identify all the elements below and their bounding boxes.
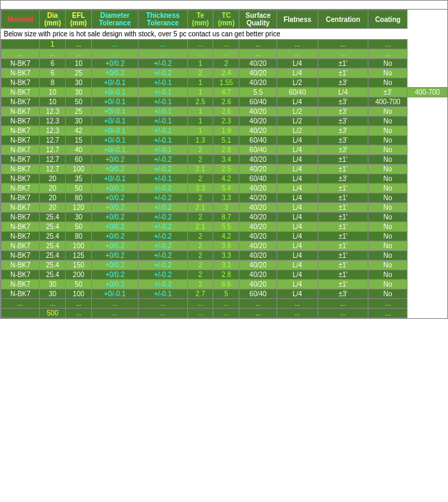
table-cell: 25.4 xyxy=(40,251,66,261)
table-cell: +0/0.2 xyxy=(91,241,138,251)
table-cell: 2.8 xyxy=(213,145,239,155)
table-cell: 40/20 xyxy=(239,126,277,136)
table-cell: L/4 xyxy=(276,193,318,203)
table-cell: 40/20 xyxy=(239,117,277,126)
table-cell: 40/20 xyxy=(239,280,277,289)
table-row: N-BK7625+0/0.2+/-0.222.440/20L/4±1'No xyxy=(1,69,447,78)
table-cell: +/-0.1 xyxy=(139,107,188,117)
table-cell: L/4 xyxy=(276,251,318,261)
table-cell: +/-0.2 xyxy=(139,213,188,222)
table-cell: 25.4 xyxy=(40,261,66,270)
table-row: N-BK712.760+0/0.2+/-0.223.440/20L/4±1'No xyxy=(1,155,447,165)
table-cell: L/4 xyxy=(276,270,318,280)
table-cell: N-BK7 xyxy=(1,107,40,117)
table-cell: +/-0.2 xyxy=(139,193,188,203)
table-cell: N-BK7 xyxy=(1,222,40,232)
header-cell-2: EFL(mm) xyxy=(66,10,92,29)
table-cell: ... xyxy=(318,299,368,309)
table-cell: 4.2 xyxy=(213,232,239,241)
table-cell: N-BK7 xyxy=(1,251,40,261)
table-row: N-BK725.480+0/0.2+/-0.224.240/20L/4±1'No xyxy=(1,232,447,241)
table-cell: 10 xyxy=(66,59,92,69)
table-cell: 25.4 xyxy=(40,213,66,222)
table-cell: No xyxy=(368,270,408,280)
table-cell: ... xyxy=(1,299,40,309)
table-cell: 120 xyxy=(66,203,92,213)
table-cell: 20 xyxy=(40,174,66,184)
table-cell: ... xyxy=(368,309,408,318)
table-cell: ±3' xyxy=(318,97,368,107)
table-cell: L/4 xyxy=(276,213,318,222)
table-cell: +0/0.2 xyxy=(91,213,138,222)
table-cell: 2 xyxy=(187,232,213,241)
table-cell: +0/0.2 xyxy=(91,155,138,165)
table-row: N-BK712.325+0/-0.1+/-0.112.640/20L/2±3'N… xyxy=(1,107,447,117)
table-cell: +0/0.2 xyxy=(91,232,138,241)
table-cell: 40/20 xyxy=(239,203,277,213)
table-cell: 2 xyxy=(187,270,213,280)
table-cell: ... xyxy=(368,49,408,59)
table-cell: 80 xyxy=(66,193,92,203)
table-cell: 1 xyxy=(187,59,213,69)
table-row: N-BK725.4125+0/0.2+/-0.223.340/20L/4±1'N… xyxy=(1,251,447,261)
table-cell: 2.8 xyxy=(213,270,239,280)
table-cell: 20 xyxy=(40,184,66,193)
table-cell: +0/-0.1 xyxy=(91,145,138,155)
table-cell: ... xyxy=(40,299,66,309)
table-cell: ... xyxy=(139,40,188,49)
table-cell: ±1' xyxy=(318,280,368,289)
table-cell: 25.4 xyxy=(40,241,66,251)
table-cell: 2.3 xyxy=(213,117,239,126)
table-cell: ... xyxy=(91,40,138,49)
table-cell: 10 xyxy=(40,97,66,107)
table-cell: L/4 xyxy=(276,280,318,289)
header-cell-5: Te(mm) xyxy=(187,10,213,29)
table-cell: ... xyxy=(276,40,318,49)
table-cell: 4.7 xyxy=(213,88,239,97)
table-cell: L/4 xyxy=(276,241,318,251)
table-cell: ±3' xyxy=(318,126,368,136)
table-cell: 25.4 xyxy=(40,232,66,241)
table-row: N-BK7610+0/0.2+/-0.21240/20L/4±1'No xyxy=(1,59,447,69)
table-row: N-BK73050+0/0.2+/-0.226.640/20L/4±1'No xyxy=(1,280,447,289)
table-cell: L/2 xyxy=(276,117,318,126)
table-row: 500........................... xyxy=(1,309,447,318)
table-cell: ... xyxy=(239,309,277,318)
table-cell: N-BK7 xyxy=(1,193,40,203)
table-cell: N-BK7 xyxy=(1,165,40,174)
table-row: N-BK712.715+0/-0.1+/-0.11.35.160/40L/4±3… xyxy=(1,136,447,145)
table-cell: 12.7 xyxy=(40,145,66,155)
table-cell: 5.1 xyxy=(213,136,239,145)
table-cell: +0/0.2 xyxy=(91,280,138,289)
table-cell: 15 xyxy=(66,136,92,145)
table-cell: 60/40 xyxy=(239,145,277,155)
table-cell: 50 xyxy=(66,280,92,289)
table-cell: ±1' xyxy=(318,261,368,270)
table-cell: No xyxy=(368,145,408,155)
table-cell: 40/20 xyxy=(239,107,277,117)
table-cell: 5.5 xyxy=(213,222,239,232)
table-cell: 2 xyxy=(187,174,213,184)
table-cell: 2 xyxy=(187,280,213,289)
table-cell: 500 xyxy=(40,309,66,318)
table-cell: 30 xyxy=(66,78,92,88)
table-cell: 1.55 xyxy=(213,78,239,88)
table-cell: N-BK7 xyxy=(1,155,40,165)
header-cell-4: ThicknessTolerance xyxy=(139,10,188,29)
table-cell: 80 xyxy=(66,232,92,241)
table-row: N-BK71050+0/-0.1+/-0.12.52.660/40L/4±3'4… xyxy=(1,97,447,107)
table-cell: 1 xyxy=(187,107,213,117)
table-cell: N-BK7 xyxy=(1,232,40,241)
table-row: N-BK725.4200+0/0.2+/-0.222.840/20L/4±1'N… xyxy=(1,270,447,280)
table-cell: 1 xyxy=(187,117,213,126)
notice-row: Below size with price is hot sale design… xyxy=(1,29,447,40)
table-cell: ... xyxy=(239,299,277,309)
table-cell: ... xyxy=(187,309,213,318)
table-cell: 6 xyxy=(40,69,66,78)
table-cell: +0/0.2 xyxy=(91,59,138,69)
table-cell: +/-0.1 xyxy=(139,78,188,88)
table-cell: ... xyxy=(139,49,188,59)
notice-text: Below size with price is hot sale design… xyxy=(1,29,408,40)
table-cell: 40/20 xyxy=(239,155,277,165)
table-cell: 12.3 xyxy=(40,126,66,136)
